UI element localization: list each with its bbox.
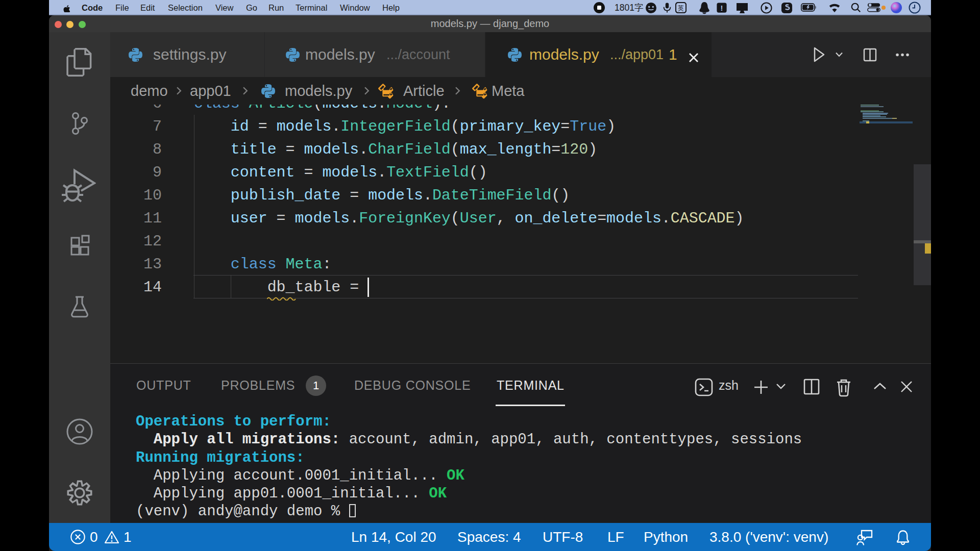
svg-text:!: ! bbox=[721, 4, 723, 12]
svg-text:英: 英 bbox=[678, 5, 684, 12]
